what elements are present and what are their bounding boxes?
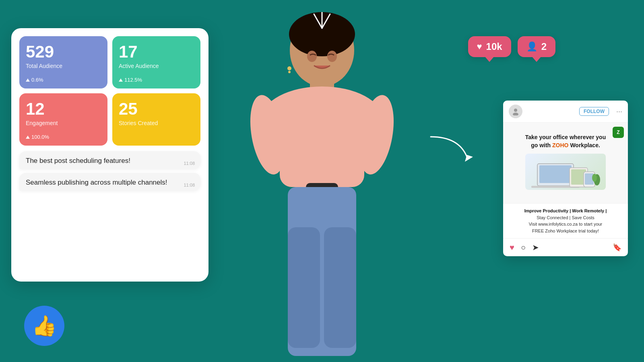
svg-point-27 bbox=[327, 51, 337, 62]
bookmark-icon[interactable]: 🔖 bbox=[613, 243, 621, 252]
likes-count: 10k bbox=[486, 41, 502, 52]
post-card: FOLLOW ··· Z Take your office wherever y… bbox=[503, 101, 628, 256]
followers-badge: 👤 2 bbox=[518, 36, 555, 57]
active-audience-tile: 17 Active Audience 112.5% bbox=[112, 36, 200, 88]
svg-point-28 bbox=[287, 66, 291, 70]
total-audience-label: Total Audience bbox=[26, 63, 101, 69]
followers-count: 2 bbox=[541, 41, 547, 52]
svg-line-0 bbox=[314, 14, 322, 28]
total-audience-change: 0.6% bbox=[26, 77, 101, 83]
stories-created-label: Stories Created bbox=[119, 120, 194, 126]
chat-time-2: 11:08 bbox=[184, 183, 195, 187]
svg-point-14 bbox=[592, 174, 597, 182]
engagement-number: 12 bbox=[26, 101, 101, 117]
svg-point-5 bbox=[513, 113, 518, 115]
share-icon[interactable]: ➤ bbox=[532, 243, 539, 252]
engagement-tile: 12 Engagement 100.0% bbox=[19, 93, 107, 146]
post-caption: Improve Productivity | Work Remotely | S… bbox=[503, 203, 628, 238]
arrow-decoration bbox=[427, 133, 475, 171]
stats-grid: 529 Total Audience 0.6% 17 Active Audien… bbox=[19, 36, 200, 146]
total-audience-number: 529 bbox=[26, 43, 101, 60]
svg-rect-19 bbox=[280, 107, 364, 187]
total-audience-tile: 529 Total Audience 0.6% bbox=[19, 36, 107, 88]
svg-point-26 bbox=[307, 51, 317, 62]
engagement-label: Engagement bbox=[26, 120, 101, 126]
post-header: FOLLOW ··· bbox=[503, 101, 628, 123]
likes-badge: ♥ 10k bbox=[468, 36, 511, 57]
stories-created-number: 25 bbox=[119, 101, 194, 117]
active-audience-change: 112.5% bbox=[119, 77, 194, 83]
follow-button[interactable]: FOLLOW bbox=[579, 107, 609, 116]
trend-up-icon bbox=[26, 78, 30, 82]
svg-rect-25 bbox=[324, 227, 356, 348]
svg-point-29 bbox=[288, 71, 291, 73]
like-icon[interactable]: ♥ bbox=[510, 243, 514, 252]
person-icon: 👤 bbox=[526, 41, 537, 52]
engagement-change: 100.0% bbox=[26, 134, 101, 140]
chat-bubble-1: The best post scheduling features! 11:08 bbox=[19, 151, 200, 169]
sparkle-decoration bbox=[306, 12, 338, 34]
post-footer: ♥ ○ ➤ 🔖 bbox=[503, 238, 628, 256]
trend-up-icon bbox=[119, 78, 123, 82]
more-options-icon[interactable]: ··· bbox=[616, 107, 622, 116]
thumbs-up-icon: 👍 bbox=[32, 314, 57, 337]
comment-icon[interactable]: ○ bbox=[521, 243, 526, 252]
dashboard-card: 529 Total Audience 0.6% 17 Active Audien… bbox=[11, 28, 208, 282]
post-devices-image bbox=[525, 154, 606, 190]
post-image-area: Z Take your office wherever you go with … bbox=[503, 123, 628, 203]
chat-bubble-2: Seamless publishing across multiple chan… bbox=[19, 173, 200, 191]
zoho-brand-text: ZOHO bbox=[552, 142, 568, 148]
svg-rect-7 bbox=[539, 165, 572, 183]
svg-point-4 bbox=[514, 109, 517, 112]
heart-icon: ♥ bbox=[477, 41, 482, 52]
trend-up-icon bbox=[26, 136, 30, 139]
post-avatar bbox=[509, 105, 522, 118]
svg-line-2 bbox=[322, 14, 330, 28]
stories-created-tile: 25 Stories Created bbox=[112, 93, 200, 146]
active-audience-number: 17 bbox=[119, 43, 194, 60]
chat-time-1: 11:08 bbox=[184, 161, 195, 166]
svg-rect-24 bbox=[288, 227, 320, 348]
thumbs-up-button[interactable]: 👍 bbox=[24, 306, 64, 346]
notifications-area: ♥ 10k 👤 2 bbox=[468, 36, 555, 57]
caption-productivity: Improve Productivity | Work Remotely | bbox=[524, 208, 607, 213]
zoho-badge: Z bbox=[613, 127, 624, 138]
chat-area: The best post scheduling features! 11:08… bbox=[19, 151, 200, 191]
person-image bbox=[201, 0, 443, 362]
post-headline: Take your office wherever you go with ZO… bbox=[525, 134, 606, 149]
active-audience-label: Active Audience bbox=[119, 63, 194, 69]
